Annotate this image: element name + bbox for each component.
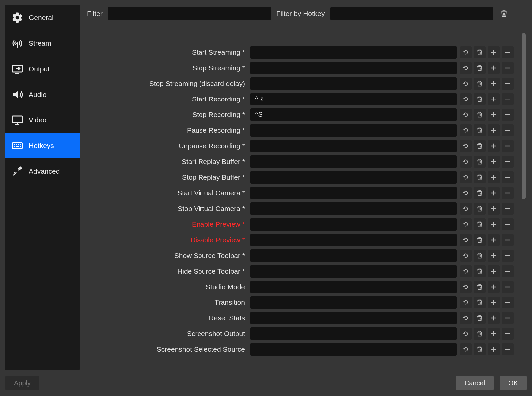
hotkey-undo-button[interactable] (460, 62, 472, 74)
hotkey-clear-button[interactable] (474, 343, 486, 355)
hotkey-clear-button[interactable] (474, 218, 486, 230)
hotkey-undo-button[interactable] (460, 109, 472, 121)
hotkey-undo-button[interactable] (460, 250, 472, 262)
hotkey-undo-button[interactable] (460, 93, 472, 105)
hotkey-undo-button[interactable] (460, 281, 472, 293)
hotkey-undo-button[interactable] (460, 312, 472, 324)
sidebar-item-video[interactable]: Video (5, 107, 80, 133)
hotkey-clear-button[interactable] (474, 281, 486, 293)
hotkey-remove-button[interactable] (502, 124, 514, 136)
hotkey-add-button[interactable] (488, 234, 500, 246)
hotkey-remove-button[interactable] (502, 234, 514, 246)
scrollbar-thumb[interactable] (522, 33, 526, 199)
hotkey-remove-button[interactable] (502, 328, 514, 340)
hotkey-clear-button[interactable] (474, 328, 486, 340)
hotkey-clear-button[interactable] (474, 156, 486, 168)
hotkey-add-button[interactable] (488, 343, 500, 355)
hotkey-remove-button[interactable] (502, 93, 514, 105)
hotkey-remove-button[interactable] (502, 62, 514, 74)
hotkey-input[interactable] (250, 46, 457, 59)
hotkey-clear-button[interactable] (474, 187, 486, 199)
hotkey-undo-button[interactable] (460, 343, 472, 355)
hotkey-clear-button[interactable] (474, 203, 486, 215)
hotkey-remove-button[interactable] (502, 250, 514, 262)
hotkey-clear-button[interactable] (474, 250, 486, 262)
hotkey-remove-button[interactable] (502, 265, 514, 277)
filter-input[interactable] (108, 7, 271, 20)
hotkey-remove-button[interactable] (502, 281, 514, 293)
hotkey-add-button[interactable] (488, 109, 500, 121)
sidebar-item-general[interactable]: General (5, 5, 80, 30)
hotkey-add-button[interactable] (488, 281, 500, 293)
hotkey-input[interactable] (250, 140, 457, 152)
hotkey-input[interactable] (250, 234, 457, 246)
hotkey-input[interactable] (250, 327, 457, 340)
hotkey-clear-button[interactable] (474, 46, 486, 58)
hotkey-clear-button[interactable] (474, 109, 486, 121)
hotkey-remove-button[interactable] (502, 187, 514, 199)
hotkey-clear-button[interactable] (474, 234, 486, 246)
hotkey-input[interactable] (250, 343, 457, 356)
hotkey-remove-button[interactable] (502, 109, 514, 121)
hotkey-add-button[interactable] (488, 187, 500, 199)
apply-button[interactable]: Apply (5, 376, 39, 390)
hotkey-input[interactable] (250, 312, 457, 324)
hotkey-add-button[interactable] (488, 171, 500, 183)
hotkey-remove-button[interactable] (502, 343, 514, 355)
hotkey-add-button[interactable] (488, 124, 500, 136)
filter-by-hotkey-input[interactable] (330, 7, 493, 20)
sidebar-item-output[interactable]: Output (5, 56, 80, 82)
hotkey-undo-button[interactable] (460, 140, 472, 152)
hotkey-add-button[interactable] (488, 62, 500, 74)
hotkey-clear-button[interactable] (474, 93, 486, 105)
sidebar-item-hotkeys[interactable]: Hotkeys (5, 133, 80, 158)
hotkey-input[interactable] (250, 296, 457, 309)
hotkey-add-button[interactable] (488, 265, 500, 277)
hotkey-clear-button[interactable] (474, 140, 486, 152)
hotkey-add-button[interactable] (488, 218, 500, 230)
hotkey-input[interactable] (250, 93, 457, 105)
hotkey-undo-button[interactable] (460, 218, 472, 230)
hotkey-input[interactable] (250, 281, 457, 293)
cancel-button[interactable]: Cancel (456, 376, 494, 390)
hotkey-add-button[interactable] (488, 297, 500, 308)
hotkey-input[interactable] (250, 62, 457, 74)
hotkey-clear-button[interactable] (474, 312, 486, 324)
hotkey-clear-button[interactable] (474, 62, 486, 74)
hotkey-add-button[interactable] (488, 250, 500, 262)
hotkey-undo-button[interactable] (460, 234, 472, 246)
hotkey-clear-button[interactable] (474, 124, 486, 136)
hotkey-undo-button[interactable] (460, 171, 472, 183)
hotkey-clear-button[interactable] (474, 171, 486, 183)
hotkey-undo-button[interactable] (460, 203, 472, 215)
hotkey-add-button[interactable] (488, 46, 500, 58)
hotkey-undo-button[interactable] (460, 265, 472, 277)
hotkey-remove-button[interactable] (502, 156, 514, 168)
sidebar-item-audio[interactable]: Audio (5, 82, 80, 107)
hotkey-remove-button[interactable] (502, 46, 514, 58)
hotkey-remove-button[interactable] (502, 218, 514, 230)
hotkey-add-button[interactable] (488, 203, 500, 215)
hotkey-remove-button[interactable] (502, 140, 514, 152)
hotkey-input[interactable] (250, 77, 457, 90)
sidebar-item-advanced[interactable]: Advanced (5, 158, 80, 184)
hotkey-remove-button[interactable] (502, 203, 514, 215)
hotkey-undo-button[interactable] (460, 78, 472, 90)
hotkey-add-button[interactable] (488, 140, 500, 152)
hotkey-undo-button[interactable] (460, 187, 472, 199)
hotkey-undo-button[interactable] (460, 156, 472, 168)
hotkey-input[interactable] (250, 171, 457, 184)
hotkey-input[interactable] (250, 124, 457, 137)
hotkey-input[interactable] (250, 108, 457, 121)
hotkey-input[interactable] (250, 155, 457, 168)
hotkey-remove-button[interactable] (502, 78, 514, 90)
hotkey-undo-button[interactable] (460, 328, 472, 340)
hotkey-input[interactable] (250, 202, 457, 215)
hotkey-add-button[interactable] (488, 93, 500, 105)
hotkey-input[interactable] (250, 265, 457, 278)
hotkey-add-button[interactable] (488, 312, 500, 324)
hotkey-input[interactable] (250, 218, 457, 231)
hotkey-add-button[interactable] (488, 156, 500, 168)
ok-button[interactable]: OK (500, 376, 527, 390)
hotkey-input[interactable] (250, 249, 457, 262)
